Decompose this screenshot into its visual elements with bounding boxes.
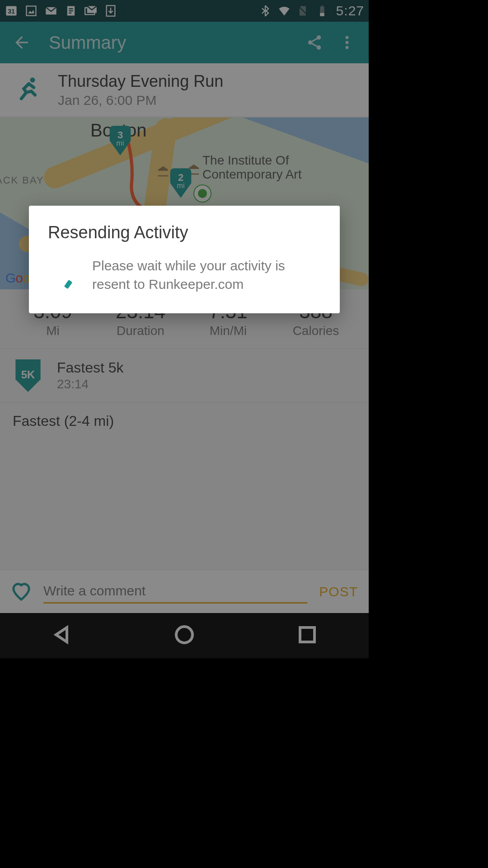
modal-scrim[interactable] — [0, 0, 369, 658]
resending-dialog: Resending Activity Please wait while you… — [29, 206, 340, 313]
screen: 31 — [0, 0, 369, 658]
dialog-title: Resending Activity — [48, 223, 321, 242]
dialog-message: Please wait while your activity is resen… — [92, 257, 321, 293]
spinner-icon — [52, 262, 79, 288]
